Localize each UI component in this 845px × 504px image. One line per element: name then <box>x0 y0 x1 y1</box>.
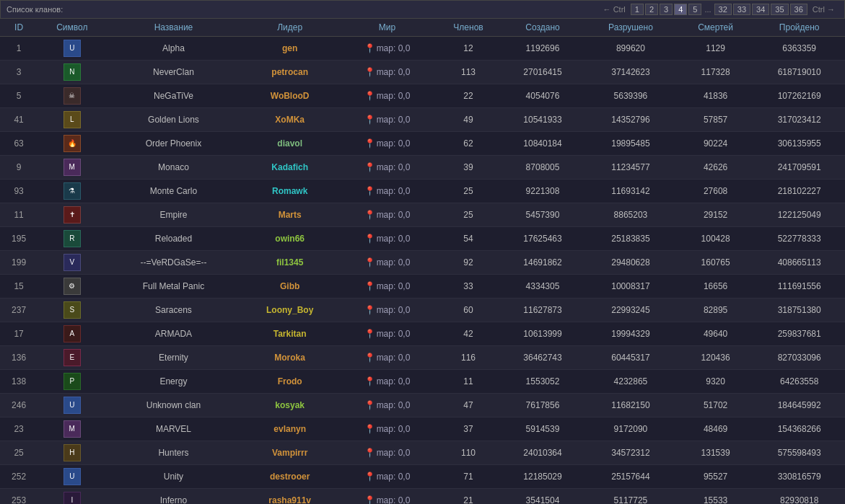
table-row[interactable]: 252 U Unity destrooer 📍map: 0,0 71 12185… <box>0 465 845 489</box>
cell-leader[interactable]: Moroka <box>240 346 338 370</box>
cell-symbol: R <box>38 227 106 251</box>
cell-leader[interactable]: kosyak <box>240 394 338 417</box>
top-page-34-btn[interactable]: 34 <box>752 4 769 15</box>
table-row[interactable]: 5 ☠ NeGaTiVe WoBlooD 📍map: 0,0 22 405407… <box>0 84 845 108</box>
cell-leader[interactable]: Marts <box>240 203 338 227</box>
top-page-32-btn[interactable]: 32 <box>714 4 732 15</box>
cell-symbol: ⚗ <box>38 180 106 203</box>
table-row[interactable]: 23 M MARVEL evlanyn 📍map: 0,0 37 5914539… <box>0 417 845 441</box>
cell-leader[interactable]: Kadafich <box>240 156 338 180</box>
top-page-dots: ... <box>703 5 712 14</box>
cell-name[interactable]: Full Metal Panic <box>106 275 240 299</box>
cell-name[interactable]: Unknown clan <box>106 394 240 417</box>
cell-leader[interactable]: Gibb <box>240 275 338 299</box>
top-page-1-btn[interactable]: 1 <box>631 4 644 15</box>
cell-leader[interactable]: Romawk <box>240 180 338 203</box>
cell-passed: 184645992 <box>753 394 845 417</box>
cell-passed: 154368266 <box>753 417 845 441</box>
cell-leader[interactable]: XoMKa <box>240 108 338 132</box>
table-row[interactable]: 63 🔥 Order Phoenix diavol 📍map: 0,0 62 1… <box>0 132 845 156</box>
cell-symbol: U <box>38 37 106 61</box>
cell-name[interactable]: Energy <box>106 370 240 394</box>
cell-world: 📍map: 0,0 <box>339 132 435 156</box>
table-row[interactable]: 237 S Saracens Loony_Boy 📍map: 0,0 60 11… <box>0 299 845 322</box>
cell-world: 📍map: 0,0 <box>339 37 435 61</box>
cell-name[interactable]: Unity <box>106 465 240 489</box>
clan-icon: L <box>64 111 81 128</box>
cell-leader[interactable]: evlanyn <box>240 417 338 441</box>
table-row[interactable]: 93 ⚗ Monte Carlo Romawk 📍map: 0,0 25 922… <box>0 180 845 203</box>
cell-members: 33 <box>435 275 502 299</box>
cell-leader[interactable]: petrocan <box>240 61 338 84</box>
cell-members: 25 <box>435 203 502 227</box>
top-page-35-btn[interactable]: 35 <box>771 4 788 15</box>
cell-leader[interactable]: gen <box>240 37 338 61</box>
table-row[interactable]: 25 H Hunters Vampirrr 📍map: 0,0 110 2401… <box>0 441 845 465</box>
top-page-33-btn[interactable]: 33 <box>733 4 750 15</box>
cell-id: 17 <box>0 322 38 346</box>
cell-members: 92 <box>435 251 502 275</box>
cell-name[interactable]: Inferno <box>106 489 240 505</box>
top-page-4-btn[interactable]: 4 <box>674 4 687 15</box>
table-row[interactable]: 9 M Monaco Kadafich 📍map: 0,0 39 8708005… <box>0 156 845 180</box>
top-ctrl-left-btn[interactable]: ← Ctrl <box>600 4 629 14</box>
clan-icon: A <box>64 325 81 342</box>
table-row[interactable]: 195 R Reloaded owin66 📍map: 0,0 54 17625… <box>0 227 845 251</box>
table-row[interactable]: 136 E Eternity Moroka 📍map: 0,0 116 3646… <box>0 346 845 370</box>
cell-id: 253 <box>0 489 38 505</box>
cell-name[interactable]: Monaco <box>106 156 240 180</box>
table-row[interactable]: 11 ✝ Empire Marts 📍map: 0,0 25 5457390 8… <box>0 203 845 227</box>
table-row[interactable]: 138 P Energy Frodo 📍map: 0,0 11 1553052 … <box>0 370 845 394</box>
cell-leader[interactable]: Vampirrr <box>240 441 338 465</box>
cell-id: 138 <box>0 370 38 394</box>
cell-leader[interactable]: Tarkitan <box>240 322 338 346</box>
cell-world: 📍map: 0,0 <box>339 441 435 465</box>
cell-name[interactable]: NeGaTiVe <box>106 84 240 108</box>
cell-name[interactable]: Alpha <box>106 37 240 61</box>
cell-members: 12 <box>435 37 502 61</box>
cell-leader[interactable]: rasha911v <box>240 489 338 505</box>
cell-created: 14691862 <box>502 251 584 275</box>
cell-name[interactable]: Eternity <box>106 346 240 370</box>
cell-leader[interactable]: destrooer <box>240 465 338 489</box>
cell-name[interactable]: --=VeRDGaSe=-- <box>106 251 240 275</box>
cell-name[interactable]: Empire <box>106 203 240 227</box>
table-row[interactable]: 253 I Inferno rasha911v 📍map: 0,0 21 354… <box>0 489 845 505</box>
table-row[interactable]: 199 V --=VeRDGaSe=-- fil1345 📍map: 0,0 9… <box>0 251 845 275</box>
cell-name[interactable]: Reloaded <box>106 227 240 251</box>
map-icon: 📍 <box>364 281 375 291</box>
cell-name[interactable]: Hunters <box>106 441 240 465</box>
cell-name[interactable]: Monte Carlo <box>106 180 240 203</box>
table-row[interactable]: 3 N NeverClan petrocan 📍map: 0,0 113 270… <box>0 61 845 84</box>
cell-leader[interactable]: fil1345 <box>240 251 338 275</box>
cell-leader[interactable]: Frodo <box>240 370 338 394</box>
top-page-2-btn[interactable]: 2 <box>645 4 658 15</box>
top-page-36-btn[interactable]: 36 <box>790 4 807 15</box>
table-row[interactable]: 17 A ARMADA Tarkitan 📍map: 0,0 42 106139… <box>0 322 845 346</box>
map-icon: 📍 <box>364 91 375 101</box>
cell-name[interactable]: Saracens <box>106 299 240 322</box>
cell-name[interactable]: NeverClan <box>106 61 240 84</box>
cell-world: 📍map: 0,0 <box>339 465 435 489</box>
cell-passed: 107262169 <box>753 84 845 108</box>
top-page-3-btn[interactable]: 3 <box>660 4 673 15</box>
cell-name[interactable]: Order Phoenix <box>106 132 240 156</box>
cell-name[interactable]: Golden Lions <box>106 108 240 132</box>
cell-deaths: 42626 <box>678 156 754 180</box>
cell-leader[interactable]: owin66 <box>240 227 338 251</box>
cell-leader[interactable]: diavol <box>240 132 338 156</box>
table-row[interactable]: 15 ⚙ Full Metal Panic Gibb 📍map: 0,0 33 … <box>0 275 845 299</box>
cell-passed: 64263558 <box>753 370 845 394</box>
cell-deaths: 29152 <box>678 203 754 227</box>
table-row[interactable]: 1 U Alpha gen 📍map: 0,0 12 1192696 89962… <box>0 37 845 61</box>
cell-leader[interactable]: Loony_Boy <box>240 299 338 322</box>
table-row[interactable]: 246 U Unknown clan kosyak 📍map: 0,0 47 7… <box>0 394 845 417</box>
cell-name[interactable]: ARMADA <box>106 322 240 346</box>
cell-name[interactable]: MARVEL <box>106 417 240 441</box>
cell-leader[interactable]: WoBlooD <box>240 84 338 108</box>
clan-icon: N <box>64 63 81 81</box>
top-ctrl-right-btn[interactable]: Ctrl → <box>809 4 839 14</box>
top-page-5-btn[interactable]: 5 <box>688 4 701 15</box>
table-row[interactable]: 41 L Golden Lions XoMKa 📍map: 0,0 49 105… <box>0 108 845 132</box>
cell-members: 71 <box>435 465 502 489</box>
